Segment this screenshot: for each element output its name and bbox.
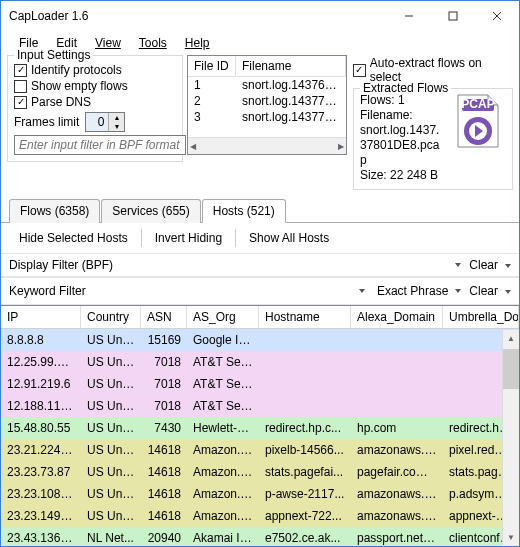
cell-ip: 23.21.224.95 bbox=[1, 443, 81, 457]
tab-strip: Flows (6358) Services (655) Hosts (521) bbox=[1, 198, 519, 223]
cell-asn: 7018 bbox=[141, 399, 187, 413]
col-asorg[interactable]: AS_Org bbox=[187, 306, 259, 328]
table-row[interactable]: 23.23.149.253US Unit...14618Amazon.c...a… bbox=[1, 505, 519, 527]
col-alexa[interactable]: Alexa_Domain bbox=[351, 306, 443, 328]
hide-selected-button[interactable]: Hide Selected Hosts bbox=[11, 228, 136, 248]
display-filter-row: Display Filter (BPF) Clear bbox=[1, 253, 519, 277]
cell-asn: 14618 bbox=[141, 465, 187, 479]
col-country[interactable]: Country bbox=[81, 306, 141, 328]
maximize-button[interactable] bbox=[431, 1, 475, 31]
file-col-name[interactable]: Filename bbox=[236, 56, 346, 76]
cell-asorg: AT&T Ser... bbox=[187, 377, 259, 391]
cell-country: US Unit... bbox=[81, 399, 141, 413]
show-all-button[interactable]: Show All Hosts bbox=[241, 228, 337, 248]
parse-dns-checkbox[interactable] bbox=[14, 96, 27, 109]
menu-tools[interactable]: Tools bbox=[131, 33, 175, 53]
cell-asn: 14618 bbox=[141, 487, 187, 501]
file-name: snort.log.143777... bbox=[236, 109, 346, 125]
close-button[interactable] bbox=[475, 1, 519, 31]
file-id: 2 bbox=[188, 93, 236, 109]
file-name: snort.log.143773... bbox=[236, 93, 346, 109]
table-row[interactable]: 15.48.80.55US Unit...7430Hewlett-P...red… bbox=[1, 417, 519, 439]
cell-ip: 12.25.99.131 bbox=[1, 355, 81, 369]
identify-protocols-checkbox[interactable] bbox=[14, 64, 27, 77]
cell-asorg: AT&T Ser... bbox=[187, 355, 259, 369]
cell-ip: 23.23.149.253 bbox=[1, 509, 81, 523]
display-filter-clear-dropdown[interactable] bbox=[502, 258, 511, 272]
scroll-right-icon[interactable]: ▶ bbox=[338, 142, 344, 151]
grid-header: IP Country ASN AS_Org Hostname Alexa_Dom… bbox=[1, 306, 519, 329]
pcap-file-icon[interactable]: PCAP bbox=[450, 93, 506, 149]
tab-flows[interactable]: Flows (6358) bbox=[9, 199, 100, 223]
scroll-down-icon[interactable]: ▼ bbox=[503, 529, 519, 546]
table-row[interactable]: 12.91.219.6US Unit...7018AT&T Ser... bbox=[1, 373, 519, 395]
keyword-filter-clear-dropdown[interactable] bbox=[502, 284, 511, 298]
exact-phrase-dropdown[interactable]: Exact Phrase bbox=[373, 282, 465, 300]
keyword-filter-dropdown[interactable] bbox=[352, 287, 369, 295]
identify-protocols-label: Identify protocols bbox=[31, 63, 122, 77]
col-asn[interactable]: ASN bbox=[141, 306, 187, 328]
col-hostname[interactable]: Hostname bbox=[259, 306, 351, 328]
keyword-filter-clear[interactable]: Clear bbox=[469, 284, 498, 298]
file-row[interactable]: 2snort.log.143773... bbox=[188, 93, 346, 109]
svg-text:PCAP: PCAP bbox=[461, 97, 494, 111]
cell-ip: 8.8.8.8 bbox=[1, 333, 81, 347]
file-list-hscroll[interactable]: ◀▶ bbox=[188, 137, 346, 154]
file-size: Size: 22 248 B bbox=[360, 168, 446, 183]
extracted-flows-title: Extracted Flows bbox=[360, 81, 451, 95]
frames-limit-spinner[interactable]: 0 ▲▼ bbox=[85, 112, 125, 132]
cell-asn: 7018 bbox=[141, 377, 187, 391]
table-row[interactable]: 23.43.136.70NL Net...20940Akamai In...e7… bbox=[1, 527, 519, 546]
minimize-button[interactable] bbox=[387, 1, 431, 31]
tab-services[interactable]: Services (655) bbox=[101, 199, 200, 223]
cell-country: US Unit... bbox=[81, 333, 141, 347]
cell-asn: 20940 bbox=[141, 531, 187, 545]
file-list[interactable]: File ID Filename 1snort.log.143769...2sn… bbox=[187, 55, 347, 155]
file-row[interactable]: 1snort.log.143769... bbox=[188, 77, 346, 93]
col-umbrella[interactable]: Umbrella_Domain bbox=[443, 306, 519, 328]
show-empty-flows-label: Show empty flows bbox=[31, 79, 128, 93]
col-ip[interactable]: IP bbox=[1, 306, 81, 328]
table-row[interactable]: 12.188.11.11US Unit...7018AT&T Ser... bbox=[1, 395, 519, 417]
table-row[interactable]: 23.23.73.87US Unit...14618Amazon.c...sta… bbox=[1, 461, 519, 483]
input-settings-title: Input Settings bbox=[14, 48, 93, 62]
display-filter-dropdown[interactable] bbox=[448, 261, 465, 269]
spin-down-icon[interactable]: ▼ bbox=[108, 122, 124, 131]
cell-ip: 15.48.80.55 bbox=[1, 421, 81, 435]
file-col-id[interactable]: File ID bbox=[188, 56, 236, 76]
file-row[interactable]: 3snort.log.143777... bbox=[188, 109, 346, 125]
display-filter-label: Display Filter (BPF) bbox=[9, 258, 113, 272]
auto-extract-checkbox[interactable] bbox=[353, 64, 366, 77]
scroll-up-icon[interactable]: ▲ bbox=[503, 330, 519, 347]
cell-asorg: AT&T Ser... bbox=[187, 399, 259, 413]
cell-hostname: p-awse-2117... bbox=[259, 487, 351, 501]
table-row[interactable]: 23.21.224.95US Unit...14618Amazon.c...pi… bbox=[1, 439, 519, 461]
cell-asorg: Amazon.c... bbox=[187, 465, 259, 479]
scroll-thumb[interactable] bbox=[503, 349, 519, 389]
grid-vscroll[interactable]: ▲ ▼ bbox=[502, 330, 519, 546]
table-row[interactable]: 12.25.99.131US Unit...7018AT&T Ser... bbox=[1, 351, 519, 373]
scroll-left-icon[interactable]: ◀ bbox=[190, 142, 196, 151]
frames-limit-label: Frames limit bbox=[14, 115, 79, 129]
cell-alexa: amazonaws.c... bbox=[351, 443, 443, 457]
show-empty-flows-checkbox[interactable] bbox=[14, 80, 27, 93]
table-row[interactable]: 23.23.108.66US Unit...14618Amazon.c...p-… bbox=[1, 483, 519, 505]
parse-dns-label: Parse DNS bbox=[31, 95, 91, 109]
display-filter-clear[interactable]: Clear bbox=[469, 258, 498, 272]
cell-asorg: Google Inc. bbox=[187, 333, 259, 347]
extracted-flows-group: Extracted Flows Flows: 1 Filename: snort… bbox=[353, 88, 513, 190]
cell-country: US Unit... bbox=[81, 355, 141, 369]
spin-up-icon[interactable]: ▲ bbox=[108, 113, 124, 122]
svg-rect-1 bbox=[449, 12, 457, 20]
cell-asn: 7430 bbox=[141, 421, 187, 435]
cell-hostname: appnext-722... bbox=[259, 509, 351, 523]
tab-hosts[interactable]: Hosts (521) bbox=[202, 199, 286, 223]
menu-help[interactable]: Help bbox=[177, 33, 218, 53]
cell-ip: 23.43.136.70 bbox=[1, 531, 81, 545]
table-row[interactable]: 8.8.8.8US Unit...15169Google Inc. bbox=[1, 329, 519, 351]
separator bbox=[141, 229, 142, 247]
bpf-filter-input[interactable] bbox=[14, 135, 186, 155]
invert-hiding-button[interactable]: Invert Hiding bbox=[147, 228, 230, 248]
file-id: 1 bbox=[188, 77, 236, 93]
frames-limit-value[interactable]: 0 bbox=[86, 113, 108, 131]
